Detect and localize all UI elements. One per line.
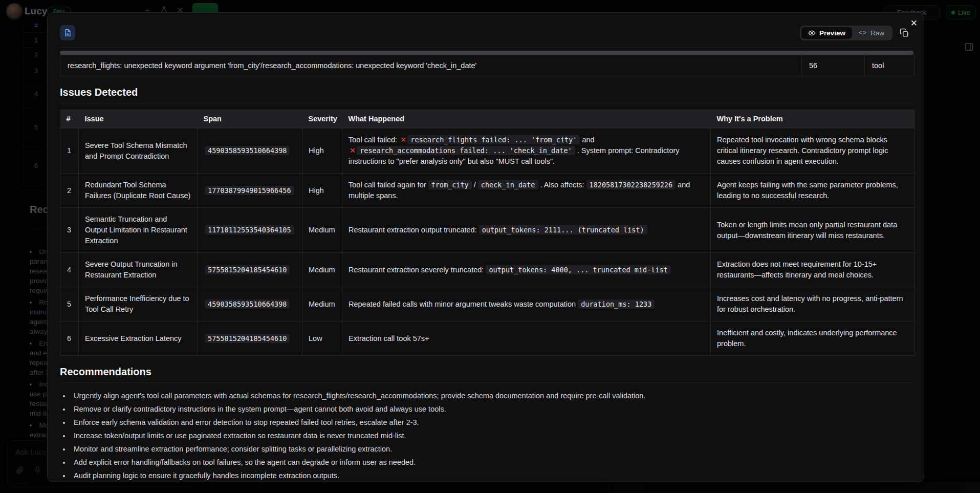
recommendations-list: Urgently align agent's tool call paramet… xyxy=(71,389,913,482)
recommendation-item: Urgently align agent's tool call paramet… xyxy=(71,389,913,402)
code-span: duration_ms: 1233 xyxy=(578,299,655,309)
recommendation-item: Monitor and streamline extraction perfor… xyxy=(71,442,913,456)
modal-header: Preview <> Raw xyxy=(60,25,913,40)
issues-table-body: 1Severe Tool Schema Mismatch and Prompt … xyxy=(60,128,915,356)
issues-header-row: #IssueSpanSeverityWhat HappenedWhy It's … xyxy=(60,110,915,128)
close-icon[interactable]: ✕ xyxy=(910,19,918,28)
issue-row: 5Performance Inefficiency due to Tool Ca… xyxy=(60,287,915,321)
issue-severity: High xyxy=(302,128,342,174)
meta-type: tool xyxy=(865,55,915,76)
span-id: 11710112553540364105 xyxy=(205,225,294,234)
issue-number: 2 xyxy=(60,174,79,208)
issues-title: Issues Detected xyxy=(60,87,913,98)
issue-severity: Medium xyxy=(302,253,342,287)
code-span: 18205817302238259226 xyxy=(586,180,676,189)
raw-button[interactable]: <> Raw xyxy=(852,27,891,39)
issue-row: 4Severe Output Truncation in Restaurant … xyxy=(60,253,915,287)
issue-why-problem: Agent keeps failing with the same parame… xyxy=(711,174,915,208)
issue-what-happened: Restaurant extraction severely truncated… xyxy=(342,253,711,287)
recommendation-item: Add explicit error handling/fallbacks on… xyxy=(71,456,913,469)
eye-icon xyxy=(808,29,816,37)
issues-column-header: Span xyxy=(198,110,302,128)
fail-x-icon: ✕ xyxy=(349,146,357,155)
issue-severity: High xyxy=(302,174,342,208)
divider xyxy=(60,382,913,383)
recommendation-item: Enforce early schema validation and erro… xyxy=(71,416,913,429)
issue-why-problem: Increases cost and latency with no progr… xyxy=(711,287,915,321)
issue-span: 4590358593510664398 xyxy=(198,287,302,321)
span-id: 4590358593510664398 xyxy=(205,299,290,309)
issue-row: 6Excessive Extraction Latency57558152041… xyxy=(60,321,915,356)
issue-span: 4590358593510664398 xyxy=(198,128,302,174)
span-id: 5755815204185454610 xyxy=(205,334,290,343)
meta-table: research_flights: unexpected keyword arg… xyxy=(60,55,915,76)
code-span: research_accommodations failed: ... 'che… xyxy=(357,146,575,155)
issue-span: 17703879949015966456 xyxy=(198,174,302,208)
issue-number: 1 xyxy=(60,128,79,174)
issue-span: 11710112553540364105 xyxy=(198,208,302,253)
preview-label: Preview xyxy=(819,29,845,37)
code-brackets-icon: <> xyxy=(859,29,867,36)
issues-table: #IssueSpanSeverityWhat HappenedWhy It's … xyxy=(60,110,915,356)
recommendation-item: Audit planning logic to ensure it gracef… xyxy=(71,469,913,482)
issues-column-header: Why It's a Problem xyxy=(711,110,915,128)
divider xyxy=(60,47,913,48)
issue-severity: Low xyxy=(302,321,342,356)
recommendation-item: Increase token/output limits or use pagi… xyxy=(71,429,913,442)
meta-error-text: research_flights: unexpected keyword arg… xyxy=(60,55,802,76)
fail-x-icon: ✕ xyxy=(399,136,407,144)
issues-column-header: Issue xyxy=(79,110,198,128)
preview-button[interactable]: Preview xyxy=(801,27,852,39)
copy-icon[interactable] xyxy=(900,28,909,37)
issues-column-header: What Happened xyxy=(342,110,711,128)
view-mode-toggle: Preview <> Raw xyxy=(800,26,892,40)
issues-column-header: # xyxy=(60,110,79,128)
issue-why-problem: Token or length limits mean only partial… xyxy=(711,208,915,253)
issue-row: 2Redundant Tool Schema Failures (Duplica… xyxy=(60,174,915,208)
raw-label: Raw xyxy=(870,29,884,37)
code-span: research_flights failed: ... 'from_city' xyxy=(407,135,580,144)
divider xyxy=(60,103,913,103)
issue-why-problem: Repeated tool invocation with wrong sche… xyxy=(711,128,915,174)
issue-number: 5 xyxy=(60,287,79,321)
issue-number: 4 xyxy=(60,253,79,287)
span-id: 17703879949015966456 xyxy=(205,186,294,195)
issue-what-happened: Tool call failed: ✕research_flights fail… xyxy=(342,128,711,174)
issue-what-happened: Extraction call took 57s+ xyxy=(342,321,711,356)
issue-row: 3Semantic Truncation and Output Limitati… xyxy=(60,208,915,253)
recommendation-item: Remove or clarify contradictory instruct… xyxy=(71,402,913,416)
issue-name: Severe Tool Schema Mismatch and Prompt C… xyxy=(79,128,198,174)
issue-name: Performance Inefficiency due to Tool Cal… xyxy=(79,287,198,321)
issue-what-happened: Restaurant extraction output truncated: … xyxy=(342,208,711,253)
issue-number: 3 xyxy=(60,208,79,253)
report-modal: ✕ Preview <> Raw xyxy=(47,12,924,482)
code-span: output_tokens: 4000, ... truncated mid-l… xyxy=(486,265,671,274)
issue-why-problem: Inefficient and costly, indicates underl… xyxy=(711,321,915,356)
issue-span: 5755815204185454610 xyxy=(198,321,302,356)
issue-severity: Medium xyxy=(302,208,342,253)
horizontal-scrollbar[interactable] xyxy=(60,51,913,55)
code-span: output_tokens: 2111... (truncated list) xyxy=(479,225,647,234)
code-span: from_city xyxy=(428,180,472,189)
span-id: 4590358593510664398 xyxy=(205,146,290,155)
issue-span: 5755815204185454610 xyxy=(198,253,302,287)
document-icon[interactable] xyxy=(60,25,75,40)
issues-column-header: Severity xyxy=(302,110,342,128)
issue-row: 1Severe Tool Schema Mismatch and Prompt … xyxy=(60,128,915,174)
meta-row: research_flights: unexpected keyword arg… xyxy=(60,55,915,76)
issue-why-problem: Extraction does not meet requirement for… xyxy=(711,253,915,287)
issue-name: Severe Output Truncation in Restaurant E… xyxy=(79,253,198,287)
issue-name: Redundant Tool Schema Failures (Duplicat… xyxy=(79,174,198,208)
recommendations-title: Recommendations xyxy=(60,366,913,378)
issue-what-happened: Tool call failed again for from_city / c… xyxy=(342,174,711,208)
code-span: check_in_date xyxy=(478,180,538,189)
span-id: 5755815204185454610 xyxy=(205,265,290,274)
issue-what-happened: Repeated failed calls with minor argumen… xyxy=(342,287,711,321)
issue-name: Excessive Extraction Latency xyxy=(79,321,198,356)
meta-count: 56 xyxy=(802,55,865,76)
issue-number: 6 xyxy=(60,321,79,356)
issue-name: Semantic Truncation and Output Limitatio… xyxy=(79,208,198,253)
issue-severity: Medium xyxy=(302,287,342,321)
